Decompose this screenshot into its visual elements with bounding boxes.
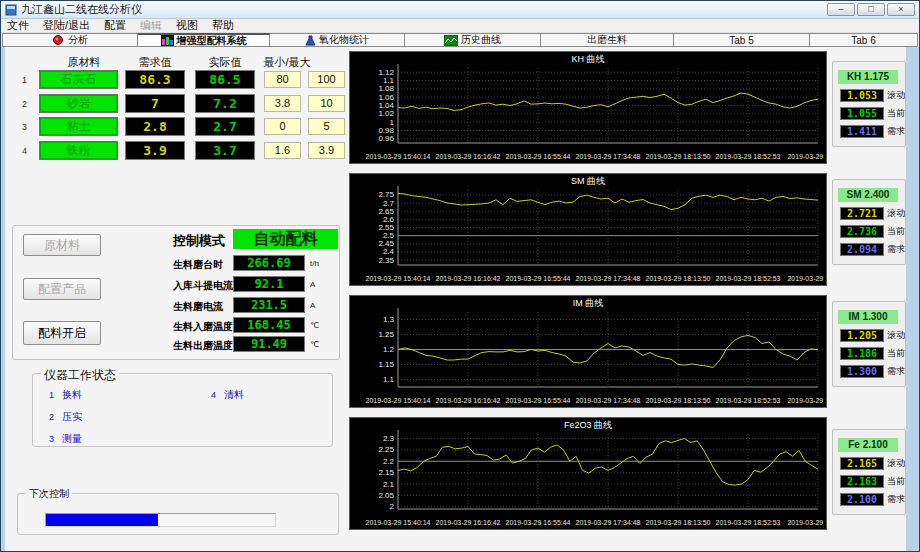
svg-text:2019-03-29 18:13:50: 2019-03-29 18:13:50 xyxy=(646,275,711,282)
configure-product-button[interactable]: 配置产品 xyxy=(23,278,101,300)
svg-text:2019-03-29 19:31:5: 2019-03-29 19:31:5 xyxy=(787,397,826,404)
demand-value: 1.411 xyxy=(840,125,884,138)
quality-panel-fe: Fe 2.100 2.165滚动 2.163当前 2.100需求 xyxy=(832,429,906,515)
title-bar[interactable]: 九江鑫山二线在线分析仪 – □ × xyxy=(1,1,919,19)
min-value[interactable]: 3.8 xyxy=(264,95,301,112)
svg-text:2.55: 2.55 xyxy=(378,223,394,232)
svg-text:2.2: 2.2 xyxy=(383,457,395,466)
bucket-current-value: 92.1 xyxy=(233,276,305,292)
batching-icon xyxy=(161,35,174,46)
actual-value: 7.2 xyxy=(195,94,255,113)
rolling-value: 2.721 xyxy=(840,207,884,220)
tab-enhanced-batching[interactable]: 增强型配料系统 xyxy=(138,33,270,47)
demand-value[interactable]: 3.9 xyxy=(125,141,185,160)
max-value[interactable]: 10 xyxy=(308,95,345,112)
rolling-value: 1.053 xyxy=(840,89,884,102)
svg-text:2: 2 xyxy=(390,502,395,511)
svg-text:2.15: 2.15 xyxy=(378,468,394,477)
quality-target-fe: Fe 2.100 xyxy=(838,438,898,452)
header-minmax: 最小/最大 xyxy=(263,55,310,70)
svg-text:2.25: 2.25 xyxy=(378,445,394,454)
app-window: 九江鑫山二线在线分析仪 – □ × 文件 登陆/退出 配置 编辑 视图 帮助 分… xyxy=(0,0,920,552)
minimize-button[interactable]: – xyxy=(827,3,855,16)
menu-file[interactable]: 文件 xyxy=(7,18,29,33)
next-control-progress-fill xyxy=(46,514,158,526)
window-title: 九江鑫山二线在线分析仪 xyxy=(21,2,827,17)
menu-edit[interactable]: 编辑 xyxy=(140,18,162,33)
svg-text:1.2: 1.2 xyxy=(383,345,395,354)
quality-target-im: IM 1.300 xyxy=(838,310,898,324)
menu-help[interactable]: 帮助 xyxy=(212,18,234,33)
chart-fe2o3: 22.052.12.152.22.252.32019-03-29 15:40:1… xyxy=(349,417,827,530)
actual-value: 3.7 xyxy=(195,141,255,160)
tab-mill-output[interactable]: 出磨生料 xyxy=(541,33,674,47)
svg-text:IM 曲线: IM 曲线 xyxy=(573,298,604,308)
analysis-icon xyxy=(52,35,65,46)
svg-text:1.04: 1.04 xyxy=(378,101,394,110)
batching-start-button[interactable]: 配料开启 xyxy=(23,321,101,345)
svg-text:1.15: 1.15 xyxy=(378,360,394,369)
material-button[interactable]: 铁粉 xyxy=(39,141,118,160)
svg-text:2019-03-29 16:55:44: 2019-03-29 16:55:44 xyxy=(506,519,571,526)
svg-text:1.12: 1.12 xyxy=(378,68,394,77)
status-item-4: 4清料 xyxy=(211,388,244,402)
next-control-progress xyxy=(45,513,276,527)
svg-text:1.08: 1.08 xyxy=(378,84,394,93)
tab-analysis[interactable]: 分析 xyxy=(2,33,138,47)
max-value[interactable]: 100 xyxy=(308,71,345,88)
svg-text:1.06: 1.06 xyxy=(378,93,394,102)
rolling-value: 1.205 xyxy=(840,329,884,342)
svg-text:2019-03-29 15:40:14: 2019-03-29 15:40:14 xyxy=(366,397,431,404)
demand-value[interactable]: 2.8 xyxy=(125,117,185,136)
header-actual: 实际值 xyxy=(209,55,242,70)
material-button[interactable]: 砂岩 xyxy=(39,94,118,113)
chart-im: 1.11.151.21.251.32019-03-29 15:40:142019… xyxy=(349,295,827,408)
svg-text:2019-03-29 16:16:42: 2019-03-29 16:16:42 xyxy=(436,519,501,526)
svg-text:2019-03-29 19:31:5: 2019-03-29 19:31:5 xyxy=(787,275,826,282)
max-value[interactable]: 3.9 xyxy=(308,142,345,159)
material-button[interactable]: 粘土 xyxy=(39,117,118,136)
material-button[interactable]: 石灰石 xyxy=(39,70,118,89)
control-mode-label: 控制模式 xyxy=(173,232,225,250)
min-value[interactable]: 1.6 xyxy=(264,142,301,159)
svg-text:SM 曲线: SM 曲线 xyxy=(571,176,605,186)
menu-login-logout[interactable]: 登陆/退出 xyxy=(43,18,90,33)
svg-text:2019-03-29 15:40:14: 2019-03-29 15:40:14 xyxy=(366,519,431,526)
header-raw-material: 原材料 xyxy=(68,55,101,70)
demand-value[interactable]: 7 xyxy=(125,94,185,113)
min-value[interactable]: 0 xyxy=(264,118,301,135)
svg-text:2019-03-29 18:52:53: 2019-03-29 18:52:53 xyxy=(716,519,781,526)
maximize-button[interactable]: □ xyxy=(857,3,885,16)
tab-oxide-statistics[interactable]: 氧化物统计 xyxy=(270,33,405,47)
demand-value: 2.094 xyxy=(840,243,884,256)
svg-text:2.4: 2.4 xyxy=(383,247,395,256)
min-value[interactable]: 80 xyxy=(264,71,301,88)
menu-view[interactable]: 视图 xyxy=(176,18,198,33)
instrument-status-title: 仪器工作状态 xyxy=(41,367,119,384)
tab-6[interactable]: Tab 6 xyxy=(810,33,918,47)
actual-value: 2.7 xyxy=(195,117,255,136)
quality-target-kh: KH 1.175 xyxy=(838,70,898,84)
svg-text:2019-03-29 17:34:48: 2019-03-29 17:34:48 xyxy=(576,397,641,404)
history-chart-icon xyxy=(444,35,458,46)
svg-text:2.7: 2.7 xyxy=(383,199,395,208)
quality-panel-im: IM 1.300 1.205滚动 1.186当前 1.300需求 xyxy=(832,301,906,387)
max-value[interactable]: 5 xyxy=(308,118,345,135)
next-control-group: 下次控制 xyxy=(17,493,339,535)
menu-config[interactable]: 配置 xyxy=(104,18,126,33)
svg-text:KH 曲线: KH 曲线 xyxy=(571,54,604,64)
svg-text:2019-03-29 18:13:50: 2019-03-29 18:13:50 xyxy=(646,519,711,526)
chart-kh: 0.960.9811.021.041.061.081.11.122019-03-… xyxy=(349,51,827,164)
svg-text:2.3: 2.3 xyxy=(383,434,395,443)
menu-bar: 文件 登陆/退出 配置 编辑 视图 帮助 xyxy=(1,19,919,33)
close-button[interactable]: × xyxy=(887,3,915,16)
app-icon xyxy=(5,4,17,16)
tab-5[interactable]: Tab 5 xyxy=(674,33,810,47)
svg-text:2.35: 2.35 xyxy=(378,256,394,265)
raw-material-button[interactable]: 原材料 xyxy=(23,234,101,256)
svg-text:1.3: 1.3 xyxy=(383,315,395,324)
tab-history-curves[interactable]: 历史曲线 xyxy=(405,33,541,47)
svg-text:2.1: 2.1 xyxy=(383,480,395,489)
demand-value[interactable]: 86.3 xyxy=(125,70,185,89)
svg-text:2019-03-29 18:52:53: 2019-03-29 18:52:53 xyxy=(716,153,781,160)
